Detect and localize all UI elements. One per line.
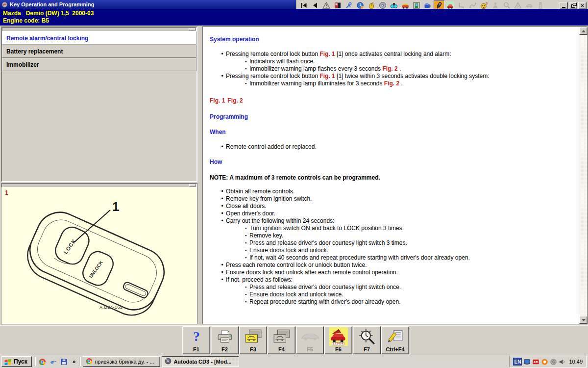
text-segment: Pressing remote control lock button <box>226 73 319 79</box>
text-segment: Remote control added or replaced. <box>226 143 317 150</box>
engine-bay-icon: 1 2 3 4 5 6 <box>329 327 348 346</box>
scrollbar-thumb[interactable] <box>189 184 196 186</box>
fkey-label: F5 <box>307 346 313 352</box>
task-button[interactable]: Autodata CD3 - [Mod... <box>162 356 239 367</box>
bullet-marker: • <box>219 143 226 151</box>
close-button[interactable]: × <box>578 2 587 9</box>
bullet-marker: • <box>219 262 226 269</box>
text-segment: Ensure doors lock and unlock twice. <box>249 291 343 298</box>
list-item-text: Remove key from ignition switch. <box>226 195 574 203</box>
update-icon[interactable] <box>550 358 557 366</box>
arrow-up-icon <box>582 30 586 32</box>
figure-scrollbar[interactable] <box>1 184 197 187</box>
sidebar-item-label: Remote alarm/central locking <box>6 35 88 42</box>
text-segment: If not, wait 40 seconds and repeat proce… <box>249 254 470 261</box>
sidebar-item-label: Immobilizer <box>6 61 39 68</box>
section-heading: Programming <box>210 113 574 121</box>
fkey-button-f4[interactable]: F4 <box>268 326 295 354</box>
figure-link[interactable]: Fig. 1 <box>210 97 225 104</box>
figure-link[interactable]: Fig. 2 <box>382 65 397 72</box>
list-item: •Press each remote control lock or unloc… <box>210 262 574 269</box>
figure-link[interactable]: Fig. 2 <box>384 80 399 87</box>
text-segment: [1] twice within 3 seconds activates dou… <box>335 73 490 79</box>
scroll-up-button[interactable] <box>579 27 588 35</box>
bullet-list: •Remote control added or replaced. <box>210 143 574 151</box>
scrollbar-thumb[interactable] <box>189 28 196 30</box>
task-label: привязка брилка ду. - ... <box>95 359 154 365</box>
list-item-text: If not, wait 40 seconds and repeat proce… <box>249 254 574 262</box>
figure-links-row: Fig. 1Fig. 2 <box>210 97 574 105</box>
minimize-icon <box>562 7 565 8</box>
antivirus-icon[interactable] <box>541 358 548 366</box>
language-indicator[interactable]: EN <box>513 358 522 366</box>
sidebar-item[interactable]: Immobilizer <box>2 58 196 71</box>
drawing-code: A.D24-162 <box>99 305 123 310</box>
fkey-label: Ctrl+F4 <box>386 346 404 352</box>
sidebar-item[interactable]: Battery replacement <box>2 45 196 58</box>
task-label: Autodata CD3 - [Mod... <box>173 359 231 365</box>
list-item-text: Open driver's door. <box>226 210 574 217</box>
ie-icon[interactable]: e <box>49 357 58 367</box>
list-item-text: Immobilizer warning lamp illuminates for… <box>249 80 574 87</box>
svg-text:?: ? <box>193 329 200 344</box>
list-item: •If not, proceed as follows: <box>210 276 574 284</box>
start-button[interactable]: Пуск <box>1 356 32 367</box>
bullet-marker: • <box>219 51 226 58</box>
fkey-button-f3[interactable]: F3 <box>239 326 267 354</box>
function-key-bar: ?F1F2F3F4F51 2 3 4 5 6F6F7Ctrl+F4 <box>0 325 588 355</box>
scroll-down-button[interactable] <box>579 316 588 324</box>
list-item: •Pressing remote control lock button Fig… <box>210 51 574 58</box>
fkey-button-f6[interactable]: 1 2 3 4 5 6F6 <box>324 326 352 354</box>
figure-link[interactable]: Fig. 1 <box>319 73 335 79</box>
help-icon: ? <box>189 327 204 346</box>
fkey-button-f5[interactable]: F5 <box>296 326 324 354</box>
fkey-button-f1[interactable]: ?F1 <box>182 326 210 354</box>
bullet-marker: • <box>219 276 226 284</box>
figure-link[interactable]: Fig. 1 <box>319 51 335 57</box>
list-item: •Pressing remote control lock button Fig… <box>210 73 574 80</box>
list-item: •Remove key from ignition switch. <box>210 195 574 203</box>
fkey-button-f2[interactable]: F2 <box>211 326 239 354</box>
article-scrollbar[interactable] <box>579 27 587 324</box>
figure-link[interactable]: Fig. 2 <box>227 97 243 104</box>
bullet-marker: • <box>219 188 226 195</box>
text-segment: Turn ignition switch ON and back to LOCK… <box>249 225 404 232</box>
sidebar-scrollbar[interactable] <box>2 27 196 31</box>
list-item-text: Close all doors. <box>226 203 574 210</box>
bullet-list: •Pressing remote control lock button Fig… <box>210 51 574 87</box>
remote-control-drawing: LOCK UNLOCK 1 A.D24-162 <box>1 187 197 320</box>
volume-icon[interactable] <box>559 358 566 366</box>
list-item: ▪Repeat procedure starting with driver's… <box>210 298 574 306</box>
vehicle-header: Mazda Demio (DW) 1,5 2000-03 Engine code… <box>0 9 588 26</box>
figure-panel: 1 LOCK UNLOCK 1 A.D24-162 <box>1 183 197 324</box>
restore-button[interactable] <box>569 2 577 9</box>
section-heading: How <box>210 158 574 166</box>
task-button[interactable]: привязка брилка ду. - ... <box>83 356 160 367</box>
floppy-icon[interactable] <box>59 357 69 367</box>
clock[interactable]: 10:49 <box>569 359 583 365</box>
list-item: •Close all doors. <box>210 203 574 210</box>
application-window: Key Operation and Programming ? × Mazda … <box>0 0 588 368</box>
arrow-down-icon <box>582 319 586 321</box>
text-segment: Ensure doors lock and unlock. <box>249 247 328 254</box>
bullet-marker: ▪ <box>242 232 249 239</box>
chrome-icon <box>86 358 93 366</box>
fkey-button-f7[interactable]: F7 <box>353 326 381 354</box>
minimize-button[interactable] <box>560 2 568 9</box>
ati-icon[interactable]: ATI <box>532 358 539 366</box>
list-item-text: Press each remote control lock or unlock… <box>226 262 574 269</box>
section-heading: System operation <box>210 36 574 43</box>
print-icon <box>216 327 234 346</box>
list-item-text: Remove key. <box>249 232 574 239</box>
sidebar-item[interactable]: Remote alarm/central locking <box>2 31 196 45</box>
list-item: •Carry out the following within 24 secon… <box>210 217 574 225</box>
overflow-chevron[interactable]: » <box>71 358 77 365</box>
callout-number: 1 <box>112 199 119 214</box>
fkey-button-ctrl-f4[interactable]: Ctrl+F4 <box>381 326 409 354</box>
bullet-marker: ▪ <box>242 65 249 73</box>
fkey-label: F6 <box>335 346 342 352</box>
function-key-buttons: ?F1F2F3F4F51 2 3 4 5 6F6F7Ctrl+F4 <box>182 326 410 354</box>
display-icon[interactable] <box>523 358 531 366</box>
chrome-icon[interactable] <box>38 357 48 367</box>
text-segment: . <box>398 65 401 72</box>
